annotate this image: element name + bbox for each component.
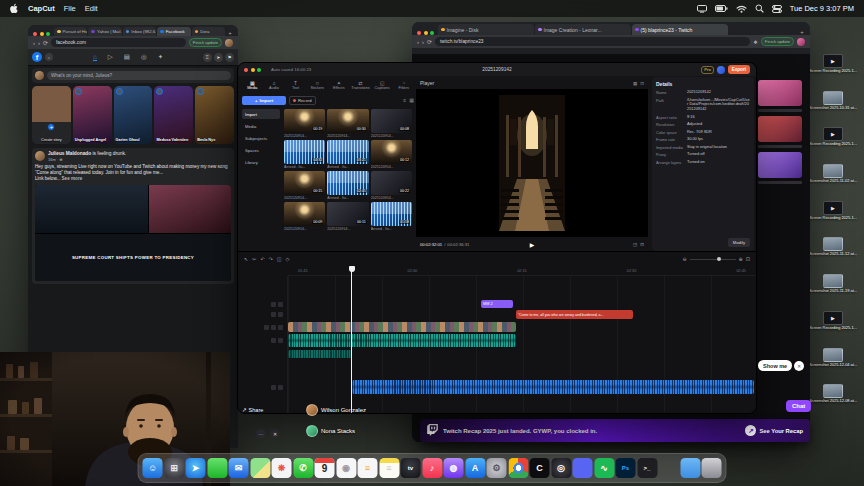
- expand-icon[interactable]: ⊡: [640, 81, 644, 86]
- minimize-window-button[interactable]: [40, 32, 44, 36]
- dock-app-icon[interactable]: ♪: [422, 458, 442, 478]
- media-asset[interactable]: 00:22 2025120914...: [371, 171, 412, 200]
- track-mute-icon[interactable]: [278, 385, 283, 390]
- track-mute-icon[interactable]: [271, 325, 276, 330]
- share-label[interactable]: ↗Share: [242, 407, 263, 413]
- pro-badge[interactable]: Pro: [701, 66, 714, 74]
- finish-update-button[interactable]: Finish update: [189, 38, 222, 47]
- select-tool-icon[interactable]: ↖: [244, 256, 248, 262]
- import-button[interactable]: +Import: [242, 96, 286, 105]
- zoom-in-icon[interactable]: ⊕: [739, 256, 743, 262]
- media-asset[interactable]: 00:11 2025120914...: [327, 202, 368, 231]
- browser-tab[interactable]: Facebook: [157, 27, 190, 36]
- dock-app-icon[interactable]: [508, 458, 528, 478]
- menubar-menu-item[interactable]: File: [64, 4, 76, 13]
- media-asset[interactable]: 00:30 2025120914...: [327, 109, 368, 138]
- track-lock-icon[interactable]: [278, 325, 283, 330]
- stream-thumbnail[interactable]: [758, 80, 802, 106]
- home-tab-icon[interactable]: ⌂: [93, 53, 97, 61]
- reload-button[interactable]: ⟳: [43, 39, 48, 46]
- zoom-slider-knob[interactable]: [717, 257, 721, 261]
- caption-clip[interactable]: “Come to me, all you who are weary and b…: [516, 310, 633, 319]
- media-sidebar-item[interactable]: Subprojects: [242, 133, 280, 143]
- close-window-button[interactable]: [33, 32, 37, 36]
- track-mute-icon[interactable]: [278, 338, 283, 343]
- gaming-tab-icon[interactable]: ✦: [158, 53, 163, 61]
- close-window-button[interactable]: [244, 68, 248, 72]
- dock-app-icon[interactable]: >_: [637, 458, 657, 478]
- wifi-icon[interactable]: [736, 5, 747, 13]
- timeline-lanes[interactable]: MM 2 “Come to me, all you who are weary …: [288, 276, 756, 413]
- track-toggle-icon[interactable]: [271, 385, 276, 390]
- dock-app-icon[interactable]: ✆: [293, 458, 313, 478]
- post-author-avatar[interactable]: [35, 151, 45, 161]
- dock-app-icon[interactable]: [702, 458, 722, 478]
- desktop-file-icon[interactable]: Screenshot 2025-11-02 at...: [804, 164, 862, 184]
- media-asset[interactable]: 00:09 2025120914...: [284, 202, 325, 231]
- ribbon-tab[interactable]: ◱ Captions: [372, 77, 393, 93]
- composer-input[interactable]: What's on your mind, Julieus?: [47, 71, 231, 80]
- dock-app-icon[interactable]: Ps: [616, 458, 636, 478]
- url-input[interactable]: twitch.tv/blaprince23: [435, 37, 750, 46]
- media-asset[interactable]: 01:58 Arrived - Itu...: [371, 202, 412, 231]
- spotlight-search-icon[interactable]: [755, 4, 764, 13]
- undo-icon[interactable]: ↶: [260, 256, 264, 262]
- stream-thumbnail[interactable]: [758, 116, 802, 142]
- zoom-out-icon[interactable]: ⊖: [682, 256, 686, 262]
- ribbon-tab[interactable]: ◔ Filters: [393, 77, 414, 93]
- show-me-button[interactable]: Show me: [758, 360, 792, 371]
- watch-tab-icon[interactable]: ▷: [108, 53, 113, 61]
- dock-app-icon[interactable]: ∿: [594, 458, 614, 478]
- viewer-row[interactable]: Wilson Gonzalez: [306, 404, 366, 416]
- dock-app-icon[interactable]: C: [530, 458, 550, 478]
- post-author-name[interactable]: Julieus Maldonado is feeling drunk.: [48, 151, 126, 156]
- dock-app-icon[interactable]: ☺: [143, 458, 163, 478]
- dismiss-tooltip-button[interactable]: ✕: [794, 361, 804, 371]
- dock-app-icon[interactable]: ❋: [272, 458, 292, 478]
- media-sidebar-item[interactable]: Media: [242, 121, 280, 131]
- browser-tab[interactable]: Pursuit of Ho...: [54, 27, 87, 36]
- viewer-row[interactable]: Nona Stacks: [306, 425, 366, 437]
- split-tool-icon[interactable]: ✂: [252, 256, 256, 262]
- zoom-window-button[interactable]: [257, 68, 261, 72]
- window-controls[interactable]: [33, 32, 50, 36]
- record-button[interactable]: Record: [289, 96, 316, 105]
- timeline-ruler[interactable]: 01:4502:0002:1502:3002:45: [288, 266, 756, 276]
- dock-app-icon[interactable]: tv: [401, 458, 421, 478]
- notifications-bell-icon[interactable]: ⚑: [225, 53, 234, 62]
- window-controls[interactable]: [244, 68, 261, 72]
- facebook-search-icon[interactable]: ⌕: [45, 53, 53, 61]
- dock-app-icon[interactable]: A: [465, 458, 485, 478]
- video-clip-filmstrip[interactable]: [288, 322, 516, 332]
- menu-grid-icon[interactable]: ⠿: [203, 53, 212, 62]
- minimize-window-button[interactable]: [424, 31, 428, 35]
- grid-view-icon[interactable]: ▦: [409, 97, 414, 103]
- more-options-button[interactable]: ⋯: [256, 429, 266, 439]
- media-asset[interactable]: 00:19 2025120914...: [284, 109, 325, 138]
- see-more-link[interactable]: See more: [60, 176, 82, 181]
- dock-app-icon[interactable]: ⊞: [164, 458, 184, 478]
- groups-tab-icon[interactable]: ◎: [141, 53, 147, 61]
- fit-timeline-icon[interactable]: ⊡: [746, 256, 750, 262]
- browser-tab[interactable]: (5) blaprince23 - Twitch: [632, 24, 728, 35]
- twitch-recap-banner[interactable]: Twitch Recap 2025 just landed. GYWP, you…: [420, 419, 810, 442]
- track-toggle-icon[interactable]: [264, 325, 269, 330]
- desktop-file-icon[interactable]: Screen Recording 2025-1...: [804, 311, 862, 331]
- desktop-file-icon[interactable]: Screenshot 2025-12-08 at...: [804, 384, 862, 404]
- story-card[interactable]: + Create story: [32, 86, 71, 144]
- desktop-file-icon[interactable]: Screenshot 2025-10-31 at...: [804, 91, 862, 111]
- track-lock-icon[interactable]: [278, 302, 283, 307]
- text-clip[interactable]: MM 2: [481, 300, 513, 308]
- new-tab-button[interactable]: +: [226, 30, 234, 36]
- redo-icon[interactable]: ↷: [269, 256, 273, 262]
- dock-app-icon[interactable]: ◍: [444, 458, 464, 478]
- aspect-ratio-icon[interactable]: ◳: [633, 242, 637, 247]
- preview-canvas[interactable]: [416, 89, 648, 237]
- dock-app-icon[interactable]: ≡: [358, 458, 378, 478]
- dock-app-icon[interactable]: ≡: [379, 458, 399, 478]
- zoom-window-button[interactable]: [430, 31, 434, 35]
- reload-button[interactable]: ⟳: [427, 38, 432, 45]
- extensions-icon[interactable]: ❖: [753, 39, 757, 45]
- ribbon-tab[interactable]: ✶ Effects: [329, 77, 350, 93]
- menubar-menu-item[interactable]: Edit: [85, 4, 98, 13]
